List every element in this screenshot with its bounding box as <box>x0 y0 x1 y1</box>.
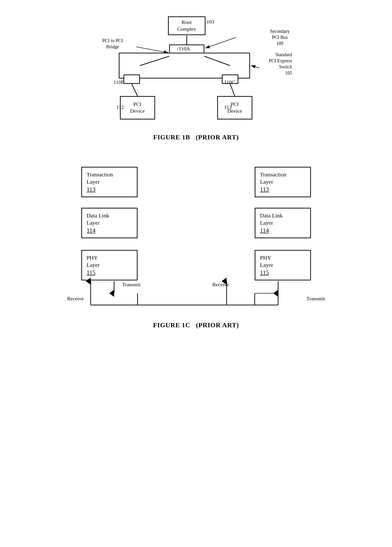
right-phy-num: 115 <box>260 269 269 276</box>
right-datalink-box: Data LinkLayer 114 <box>255 208 311 238</box>
page: RootComplex 103 PCI to PCIBridge Seconda… <box>0 0 392 547</box>
fig1b-diagram: RootComplex 103 PCI to PCIBridge Seconda… <box>100 14 292 127</box>
figure-divider <box>19 150 373 160</box>
label-110c: 110C <box>224 79 235 85</box>
port-110b <box>124 75 140 84</box>
root-complex-box: RootComplex <box>168 16 206 35</box>
left-datalink-num: 114 <box>87 227 96 234</box>
left-phy-box: PHYLayer 115 <box>81 250 138 280</box>
left-transaction-box: TransactionLayer 113 <box>81 167 138 197</box>
label-103: 103 <box>207 19 214 25</box>
right-phy-box: PHYLayer 115 <box>255 250 311 280</box>
svg-line-5 <box>206 37 236 48</box>
left-receive-label: Receive <box>67 296 84 302</box>
svg-line-7 <box>136 47 168 53</box>
left-transaction-label: TransactionLayer <box>87 171 113 185</box>
label-pci-switch: StandardPCI ExpressSwitch105 <box>269 52 292 76</box>
fig1c-title: FIGURE 1C <box>153 321 190 329</box>
label-113-fig1b: 113 <box>224 104 232 110</box>
left-datalink-label: Data LinkLayer <box>87 212 110 226</box>
label-110b: 110B <box>114 79 125 85</box>
left-phy-num: 115 <box>87 269 96 276</box>
right-receive-label: Receive <box>213 282 229 288</box>
left-transmit-label: Transmit <box>122 282 141 288</box>
label-112: 112 <box>117 104 124 110</box>
fig1b-subtitle: (PRIOR ART) <box>196 134 239 141</box>
figure-1c-container: TransactionLayer 113 Data LinkLayer 114 … <box>19 167 373 329</box>
fig1c-subtitle: (PRIOR ART) <box>196 321 239 329</box>
label-pci-bridge: PCI to PCIBridge <box>102 37 123 50</box>
right-transaction-box: TransactionLayer 113 <box>255 167 311 197</box>
right-transaction-label: TransactionLayer <box>260 171 286 185</box>
left-phy-label: PHYLayer <box>87 254 100 269</box>
label-secondary-pci: SecondaryPCI Bus109 <box>270 28 290 46</box>
left-datalink-box: Data LinkLayer 114 <box>81 208 138 238</box>
fig1b-title: FIGURE 1B <box>153 134 190 141</box>
svg-line-6 <box>251 66 259 68</box>
right-transmit-label: Transmit <box>306 296 325 302</box>
right-transaction-num: 113 <box>260 186 269 193</box>
left-transaction-num: 113 <box>87 186 96 193</box>
fig1b-caption: FIGURE 1B (PRIOR ART) <box>153 134 239 141</box>
fig1c-diagram: TransactionLayer 113 Data LinkLayer 114 … <box>67 167 325 317</box>
svg-line-3 <box>132 84 138 96</box>
svg-line-4 <box>230 84 235 96</box>
right-datalink-num: 114 <box>260 227 269 234</box>
figure-1b-container: RootComplex 103 PCI to PCIBridge Seconda… <box>19 14 373 141</box>
label-110a: /110A <box>177 46 190 52</box>
fig1c-caption: FIGURE 1C (PRIOR ART) <box>153 321 239 329</box>
pci-device-left: PCIDevice <box>120 96 155 119</box>
right-phy-label: PHYLayer <box>260 254 273 269</box>
pci-device-right: PCIDevice <box>217 96 252 119</box>
right-datalink-label: Data LinkLayer <box>260 212 283 226</box>
